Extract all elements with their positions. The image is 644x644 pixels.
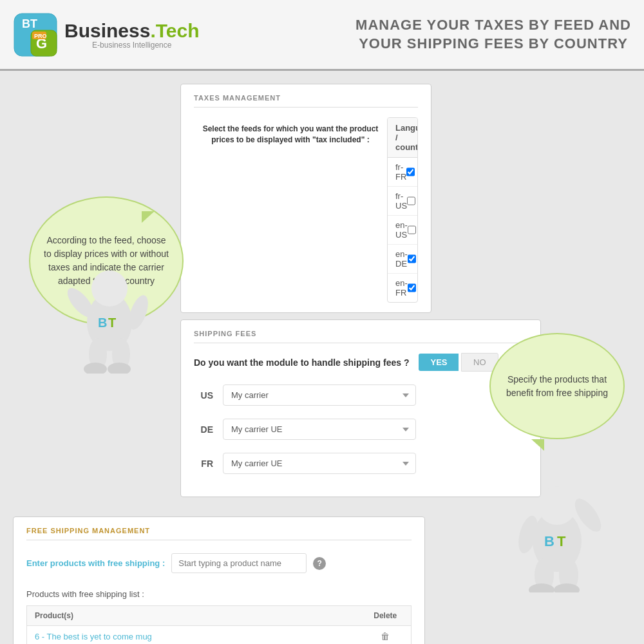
- svg-text:T: T: [557, 533, 566, 549]
- free-shipping-input-row: Enter products with free shipping : ?: [26, 550, 412, 576]
- products-list-title: Products with free shipping list :: [26, 589, 412, 599]
- speech-bubble-right: Specify the products that benefit from f…: [489, 333, 625, 439]
- svg-text:T: T: [108, 316, 116, 330]
- table-row[interactable]: en-US: [388, 216, 417, 245]
- taxes-table-header: Language / country: [388, 118, 417, 158]
- taxes-desc-line2: prices to be displayed with "tax include…: [194, 135, 387, 146]
- delete-btn-1[interactable]: 🗑: [381, 631, 390, 641]
- bubble-tail-right: [531, 439, 544, 451]
- logo-area: BT G PRO Business.Tech E-business Intell…: [13, 12, 200, 57]
- carrier-label-fr: FR: [194, 459, 213, 469]
- carrier-row-us: US My carrier My carrier UE Free shippin…: [194, 384, 527, 406]
- checkbox-fr-fr[interactable]: [406, 167, 415, 176]
- checkbox-en-fr[interactable]: [408, 283, 416, 292]
- table-row[interactable]: fr-US: [388, 187, 417, 216]
- mascot-right: B T: [493, 451, 621, 592]
- table-row[interactable]: en-DE: [388, 245, 417, 274]
- main-content: According to the feed, choose to display…: [0, 71, 644, 644]
- lang-en-de: en-DE: [395, 249, 408, 269]
- lang-fr-fr: fr-FR: [395, 162, 406, 182]
- products-table: Product(s) Delete 6 - The best is yet to…: [26, 605, 412, 644]
- free-shipping-label: Enter products with free shipping :: [26, 558, 165, 568]
- logo-icon: BT G PRO: [13, 12, 58, 57]
- shipping-question: Do you want the module to handle shippin…: [194, 357, 409, 368]
- checkbox-en-de[interactable]: [408, 254, 416, 263]
- right-callout: Specify the products that benefit from f…: [489, 333, 625, 592]
- carrier-label-us: US: [194, 390, 213, 401]
- table-row[interactable]: fr-FR: [388, 158, 417, 187]
- mascot-left: B T: [58, 245, 161, 374]
- taxes-content: Select the feeds for which you want the …: [194, 117, 418, 303]
- taxes-desc-line1: Select the feeds for which you want the …: [194, 124, 387, 135]
- carrier-row-fr: FR My carrier My carrier UE Free shippin…: [194, 453, 527, 474]
- svg-text:B: B: [98, 316, 107, 330]
- carrier-select-fr[interactable]: My carrier My carrier UE Free shipping: [223, 453, 416, 474]
- taxes-panel: TAXES MANAGEMENT Select the feeds for wh…: [180, 84, 431, 497]
- svg-text:BT: BT: [22, 17, 37, 30]
- carrier-label-de: DE: [194, 424, 213, 435]
- shipping-panel-title: SHIPPING FEES: [194, 330, 527, 343]
- checkbox-fr-us[interactable]: [407, 196, 415, 205]
- brand-business: Business: [64, 20, 150, 41]
- taxes-table: Language / country fr-FR fr-US en-US: [387, 117, 418, 303]
- carrier-select-de[interactable]: My carrier My carrier UE Free shipping: [223, 419, 416, 440]
- checkbox-en-us[interactable]: [408, 225, 416, 234]
- tagline-line2: YOUR SHIPPING FEES BY COUNTRY: [355, 35, 631, 53]
- brand-name: Business.Tech: [64, 20, 200, 42]
- logo-text: Business.Tech E-business Intelligence: [64, 20, 200, 50]
- lang-en-fr: en-FR: [395, 278, 408, 298]
- header: BT G PRO Business.Tech E-business Intell…: [0, 0, 644, 71]
- shipping-panel: SHIPPING FEES Do you want the module to …: [180, 319, 541, 497]
- btn-yes[interactable]: YES: [419, 354, 459, 371]
- carrier-select-us[interactable]: My carrier My carrier UE Free shipping: [223, 384, 416, 406]
- svg-point-17: [538, 486, 576, 525]
- shipping-header-row: Do you want the module to handle shippin…: [194, 353, 527, 372]
- yes-no-toggle: YES NO: [419, 353, 498, 372]
- col-header-product: Product(s): [27, 606, 360, 626]
- help-icon[interactable]: ?: [313, 557, 326, 570]
- left-column: According to the feed, choose to display…: [13, 84, 438, 631]
- col-header-delete: Delete: [360, 606, 412, 626]
- svg-text:PRO: PRO: [34, 33, 47, 39]
- free-shipping-panel: FREE SHIPPING MANAGEMENT Enter products …: [13, 516, 425, 644]
- svg-text:B: B: [544, 533, 554, 549]
- taxes-panel-title: TAXES MANAGEMENT: [194, 94, 418, 108]
- product-name-1: 6 - The best is yet to come mug: [27, 626, 360, 645]
- taxes-description: Select the feeds for which you want the …: [194, 117, 387, 303]
- header-tagline: MANAGE YOUR TAXES BY FEED AND YOUR SHIPP…: [355, 16, 631, 53]
- delete-cell-1[interactable]: 🗑: [360, 626, 412, 645]
- free-shipping-title: FREE SHIPPING MANAGEMENT: [26, 527, 412, 540]
- brand-subtitle: E-business Intelligence: [64, 41, 200, 50]
- carrier-row-de: DE My carrier My carrier UE Free shippin…: [194, 419, 527, 440]
- table-row[interactable]: en-FR: [388, 274, 417, 302]
- bubble-tail-left: [142, 211, 155, 223]
- svg-point-7: [91, 270, 128, 307]
- lang-fr-us: fr-US: [395, 191, 407, 211]
- lang-en-us: en-US: [395, 220, 408, 240]
- free-shipping-input[interactable]: [171, 553, 307, 573]
- tagline-line1: MANAGE YOUR TAXES BY FEED AND: [355, 16, 631, 35]
- brand-tech: Tech: [156, 20, 200, 41]
- table-row: 6 - The best is yet to come mug 🗑: [27, 626, 412, 645]
